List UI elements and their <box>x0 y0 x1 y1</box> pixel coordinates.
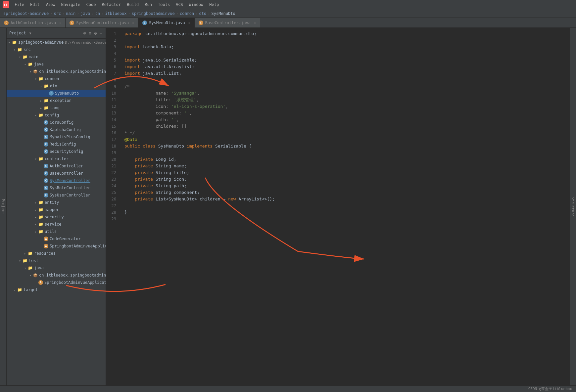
code-line-10: name: 'SysManga', <box>124 90 564 97</box>
tab-close-sysmenu_dto[interactable]: × <box>188 21 190 25</box>
menu-item-run[interactable]: Run <box>142 2 155 8</box>
breadcrumb-item-springbootadminvue[interactable]: springbootadminvue <box>132 11 175 16</box>
folder-icon-test: 📁 <box>23 258 27 263</box>
tree-item-test_java[interactable]: ▾📁java <box>7 264 106 272</box>
tree-label-SysUserController: SysUserController <box>50 193 90 197</box>
code-editor[interactable]: 1234567891011121314151617181920212223242… <box>106 28 569 385</box>
tab-sysmenu_dto[interactable]: CSysMenuDto.java× <box>138 18 194 27</box>
breadcrumb-separator: › <box>91 11 94 16</box>
tree-item-security[interactable]: ▸📁security <box>7 213 106 221</box>
tree-item-SpringbootAdminvueApplication[interactable]: ASpringbootAdminvueApplication <box>7 242 106 250</box>
tree-item-test[interactable]: ▾📁test <box>7 257 106 264</box>
locate-file-icon[interactable]: ⊕ <box>82 30 86 36</box>
file-icon-SpringbootAdminvueApplication: A <box>44 244 48 248</box>
tree-label-target: target <box>24 287 38 292</box>
tree-item-test_pkg[interactable]: ▾📦cn.itbluebox.springbootadminvue <box>7 272 106 279</box>
tree-item-src[interactable]: ▾📁src <box>7 46 106 53</box>
line-num-20: 20 <box>106 156 119 163</box>
code-line-3: import lombok.Data; <box>124 44 564 50</box>
tree-item-java[interactable]: ▾📁java <box>7 61 106 68</box>
tree-item-service[interactable]: ▸📁service <box>7 221 106 228</box>
tree-item-CodeGenerator[interactable]: ACodeGenerator <box>7 235 106 242</box>
menu-item-vcs[interactable]: VCS <box>173 2 186 8</box>
tree-label-utils: utils <box>45 229 57 234</box>
tree-label-SysMenuController: SysMenuController <box>50 178 90 183</box>
code-line-1: package cn.itbluebox.springbootadminvue.… <box>124 30 564 37</box>
tree-item-common[interactable]: ▾📁common <box>7 75 106 82</box>
structure-panel-tab[interactable]: Structure <box>569 28 576 385</box>
menu-item-edit[interactable]: Edit <box>27 2 42 8</box>
breadcrumb-item-dto[interactable]: dto <box>199 11 207 16</box>
code-line-21: private String name; <box>124 163 564 169</box>
menu-item-file[interactable]: File <box>12 2 27 8</box>
tree-item-AuthController[interactable]: CAuthController <box>7 162 106 170</box>
tree-label-java: java <box>34 62 44 66</box>
menu-item-navigate[interactable]: Navigate <box>59 2 83 8</box>
tree-item-SysRoleController[interactable]: CSysRoleController <box>7 184 106 192</box>
menu-item-window[interactable]: Window <box>186 2 206 8</box>
tree-item-RedisConfig[interactable]: CRedisConfig <box>7 141 106 148</box>
breadcrumb-item-cn[interactable]: cn <box>95 11 100 16</box>
tree-item-dto[interactable]: ▾📁dto <box>7 82 106 90</box>
tab-base_ctrl[interactable]: CBaseController.java× <box>195 18 260 27</box>
tree-arrow-mapper: ▸ <box>33 208 38 212</box>
folder-icon-resources: 📁 <box>28 251 33 256</box>
breadcrumb-item-java[interactable]: java <box>81 11 90 16</box>
tab-close-base_ctrl[interactable]: × <box>254 21 256 25</box>
tree-item-SysUserController[interactable]: CSysUserController <box>7 192 106 199</box>
tab-icon-sysmenu_dto: C <box>142 21 147 25</box>
menu-item-tools[interactable]: Tools <box>155 2 172 8</box>
tab-close-sysmenu_ctrl[interactable]: × <box>132 21 134 25</box>
line-num-10: 10 <box>106 90 119 97</box>
tab-icon-auth: C <box>4 21 9 25</box>
tree-item-SpringbootAdminvueApplicationTests[interactable]: ASpringbootAdminvueApplicationTests <box>7 279 106 286</box>
line-num-26: 26 <box>106 196 119 202</box>
file-icon-SpringbootAdminvueApplicationTests: A <box>38 280 43 285</box>
tree-label-AuthController: AuthController <box>50 164 83 168</box>
breadcrumb-item-main[interactable]: main <box>66 11 75 16</box>
project-tab[interactable]: Project <box>0 28 7 385</box>
code-lines: package cn.itbluebox.springbootadminvue.… <box>119 28 569 385</box>
tree-item-SysMenuController[interactable]: CSysMenuController <box>7 177 106 184</box>
collapse-all-icon[interactable]: ≡ <box>88 30 92 36</box>
tree-item-entity[interactable]: ▸📁entity <box>7 199 106 206</box>
tab-close-auth[interactable]: × <box>59 21 61 25</box>
tree-item-MybatisPlusConfig[interactable]: CMybatisPlusConfig <box>7 133 106 141</box>
tree-label-entity: entity <box>45 200 59 205</box>
line-num-3: 3 <box>106 44 119 50</box>
menu-item-refactor[interactable]: Refactor <box>99 2 123 8</box>
main-layout: Project Project ▼ ⊕ ≡ ⚙ − ▾📁springboot-a… <box>0 28 576 385</box>
tree-item-SysMenuDto[interactable]: CSysMenuDto <box>7 90 106 97</box>
close-sidebar-icon[interactable]: − <box>99 30 103 36</box>
tree-item-cn_pkg[interactable]: ▾📦cn.itbluebox.springbootadminvue <box>7 68 106 75</box>
tree-item-exception[interactable]: ▸📁exception <box>7 97 106 104</box>
settings-icon[interactable]: ⚙ <box>93 30 97 36</box>
tree-item-CorsConfig[interactable]: CCorsConfig <box>7 119 106 126</box>
tree-item-mapper[interactable]: ▸📁mapper <box>7 206 106 213</box>
tab-sysmenu_ctrl[interactable]: CSysMenuController.java× <box>66 18 138 27</box>
menu-item-build[interactable]: Build <box>124 2 141 8</box>
breadcrumb-item-springboot-adminvue[interactable]: springboot-adminvue <box>3 11 49 16</box>
menu-item-code[interactable]: Code <box>84 2 99 8</box>
status-text: CSDN @蓝盒子itbluebox <box>528 386 572 391</box>
line-num-7: 7 <box>106 70 119 77</box>
menu-item-help[interactable]: Help <box>207 2 221 8</box>
tab-auth[interactable]: CAuthController.java× <box>0 18 66 27</box>
breadcrumb-item-src[interactable]: src <box>54 11 61 16</box>
tree-item-BaseController[interactable]: CBaseController <box>7 170 106 177</box>
tree-item-controller[interactable]: ▾📁controller <box>7 155 106 162</box>
tree-item-target[interactable]: ▸📁target <box>7 286 106 293</box>
tree-item-SecurityConfig[interactable]: CSecurityConfig <box>7 148 106 155</box>
tree-item-resources[interactable]: ▸📁resources <box>7 250 106 257</box>
tree-item-KaptchaConfig[interactable]: CKaptchaConfig <box>7 126 106 133</box>
menu-item-view[interactable]: View <box>43 2 58 8</box>
tree-item-root[interactable]: ▾📁springboot-adminvueD:\ProgramWorkSpace… <box>7 39 106 46</box>
tree-item-main[interactable]: ▾📁main <box>7 53 106 61</box>
tree-item-lang[interactable]: ▸📁lang <box>7 104 106 111</box>
line-num-21: 21 <box>106 163 119 169</box>
tree-item-utils[interactable]: ▸📁utils <box>7 228 106 235</box>
tree-item-config[interactable]: ▾📁config <box>7 111 106 119</box>
breadcrumb-item-itbluebox[interactable]: itbluebox <box>105 11 126 16</box>
tree-label-KaptchaConfig: KaptchaConfig <box>50 127 81 132</box>
breadcrumb-item-common[interactable]: common <box>180 11 194 16</box>
